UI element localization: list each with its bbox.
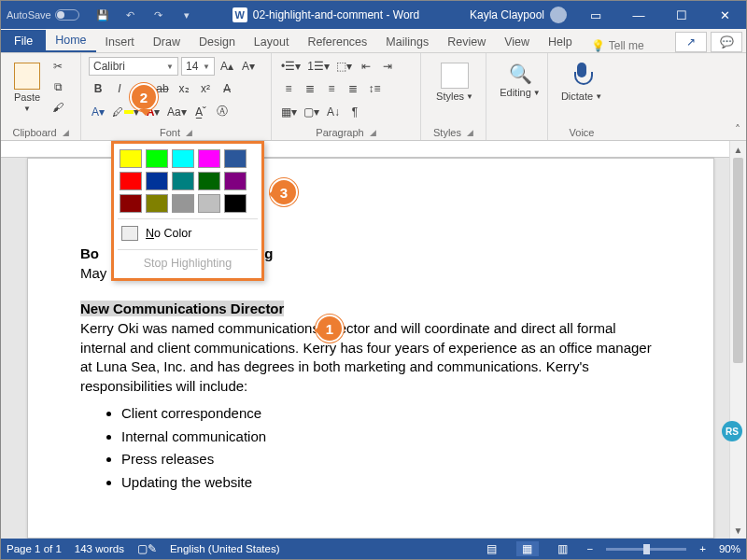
print-layout-button[interactable]: ▦	[516, 541, 539, 556]
numbering-button[interactable]: 1☰▾	[305, 57, 331, 76]
sort-button[interactable]: A↓	[324, 103, 343, 121]
zoom-out-button[interactable]: −	[587, 543, 594, 554]
font-name-combo[interactable]: Calibri▼	[89, 57, 178, 76]
hl-swatch[interactable]	[120, 172, 142, 190]
font-size-combo[interactable]: 14▼	[181, 57, 215, 76]
paste-button[interactable]: Paste ▼	[8, 61, 46, 113]
shading-button[interactable]: ▦▾	[279, 103, 299, 121]
styles-dialog-launcher[interactable]: ◢	[467, 128, 473, 137]
hl-swatch[interactable]	[224, 172, 247, 190]
share-button[interactable]: ↗	[675, 32, 707, 52]
tab-review[interactable]: Review	[438, 31, 495, 52]
tab-file[interactable]: File	[1, 30, 46, 52]
account-area[interactable]: Kayla Claypool	[462, 7, 574, 23]
tab-home[interactable]: Home	[46, 29, 95, 52]
align-right-button[interactable]: ≡	[322, 79, 341, 98]
comments-button[interactable]: 💬	[711, 32, 742, 52]
scroll-up-icon[interactable]: ▲	[730, 141, 746, 158]
line-spacing-button[interactable]: ↕≡	[365, 79, 384, 98]
tab-references[interactable]: References	[298, 31, 376, 52]
minimize-button[interactable]: —	[617, 1, 660, 29]
paragraph-dialog-launcher[interactable]: ◢	[370, 128, 376, 137]
status-language[interactable]: English (United States)	[170, 543, 280, 554]
autosave-switch-off[interactable]	[55, 9, 79, 21]
copy-button[interactable]: ⧉	[49, 77, 67, 96]
vertical-scrollbar[interactable]: ▲ ▼	[729, 141, 746, 539]
hl-swatch[interactable]	[146, 149, 168, 168]
web-layout-button[interactable]: ▥	[552, 541, 574, 556]
align-center-button[interactable]: ≣	[301, 79, 319, 98]
hl-swatch[interactable]	[198, 149, 220, 168]
horizontal-ruler[interactable]	[1, 141, 729, 158]
hl-swatch[interactable]	[146, 172, 168, 190]
hl-swatch[interactable]	[224, 194, 247, 213]
superscript-button[interactable]: x²	[196, 79, 215, 98]
hl-swatch[interactable]	[172, 172, 194, 190]
hl-swatch[interactable]	[120, 149, 142, 168]
hl-swatch[interactable]	[198, 194, 220, 213]
change-case-button[interactable]: Aa▾	[165, 103, 189, 121]
scroll-down-icon[interactable]: ▼	[730, 522, 746, 539]
dictate-button[interactable]: Dictate▼	[556, 57, 608, 102]
font-dialog-launcher[interactable]: ◢	[186, 128, 192, 137]
format-painter-button[interactable]: 🖌	[49, 98, 67, 117]
presence-avatar[interactable]: RS	[722, 421, 742, 441]
qat-customize-icon[interactable]: ▾	[175, 5, 199, 25]
grow-font-button[interactable]: A▴	[218, 57, 236, 76]
hl-swatch[interactable]	[146, 194, 168, 213]
dictate-label: Dictate	[561, 91, 593, 102]
hl-swatch[interactable]	[198, 172, 220, 190]
read-mode-button[interactable]: ▤	[481, 541, 503, 556]
ribbon-options-button[interactable]: ▭	[574, 1, 617, 29]
hl-swatch[interactable]	[172, 149, 194, 168]
tell-me-search[interactable]: 💡 Tell me	[582, 39, 654, 52]
close-button[interactable]: ✕	[703, 1, 746, 29]
tab-view[interactable]: View	[495, 31, 539, 52]
decrease-indent-button[interactable]: ⇤	[357, 57, 375, 76]
character-shading-button[interactable]: A̲ˇ	[191, 103, 210, 121]
autosave-toggle[interactable]: AutoSave	[1, 9, 85, 21]
scroll-thumb[interactable]	[733, 158, 743, 363]
tab-draw[interactable]: Draw	[144, 31, 190, 52]
subscript-button[interactable]: x₂	[175, 79, 193, 98]
hl-swatch[interactable]	[224, 149, 247, 168]
undo-icon[interactable]: ↶	[119, 5, 143, 25]
zoom-level[interactable]: 90%	[719, 543, 740, 554]
styles-gallery-button[interactable]: Styles▼	[429, 57, 481, 102]
cut-button[interactable]: ✂	[49, 57, 67, 76]
show-marks-button[interactable]: ¶	[345, 103, 364, 121]
clipboard-dialog-launcher[interactable]: ◢	[63, 128, 69, 137]
redo-icon[interactable]: ↷	[147, 5, 171, 25]
group-voice-label: Voice	[570, 127, 595, 138]
clear-formatting-button[interactable]: A̶	[218, 79, 236, 98]
align-left-button[interactable]: ≡	[279, 79, 298, 98]
no-color-item[interactable]: No Color	[120, 223, 256, 244]
tab-mailings[interactable]: Mailings	[376, 31, 438, 52]
italic-button[interactable]: I	[110, 79, 129, 98]
maximize-button[interactable]: ☐	[660, 1, 703, 29]
justify-button[interactable]: ≣	[344, 79, 362, 98]
bullets-button[interactable]: •☰▾	[279, 57, 303, 76]
spellcheck-icon[interactable]: ▢✎	[137, 542, 157, 555]
text-effects-button[interactable]: A▾	[89, 103, 107, 121]
hl-swatch[interactable]	[172, 194, 194, 213]
increase-indent-button[interactable]: ⇥	[378, 57, 397, 76]
tab-design[interactable]: Design	[190, 31, 245, 52]
status-page[interactable]: Page 1 of 1	[7, 543, 62, 554]
status-word-count[interactable]: 143 words	[75, 543, 124, 554]
hl-swatch[interactable]	[120, 194, 142, 213]
zoom-in-button[interactable]: +	[699, 543, 706, 554]
tab-insert[interactable]: Insert	[96, 31, 144, 52]
tab-layout[interactable]: Layout	[245, 31, 299, 52]
bold-button[interactable]: B	[89, 79, 107, 98]
shrink-font-button[interactable]: A▾	[239, 57, 258, 76]
zoom-slider[interactable]	[606, 548, 686, 551]
borders-button[interactable]: ▢▾	[302, 103, 321, 121]
collapse-ribbon-button[interactable]: ˄	[735, 123, 740, 136]
tab-help[interactable]: Help	[539, 31, 582, 52]
doc-subheading-selected[interactable]: New Communications Director	[80, 301, 284, 316]
enclose-characters-button[interactable]: Ⓐ	[213, 103, 232, 121]
multilevel-list-button[interactable]: ⬚▾	[334, 57, 354, 76]
save-icon[interactable]: 💾	[91, 5, 115, 25]
editing-button[interactable]: 🔍 Editing▼	[494, 57, 546, 98]
